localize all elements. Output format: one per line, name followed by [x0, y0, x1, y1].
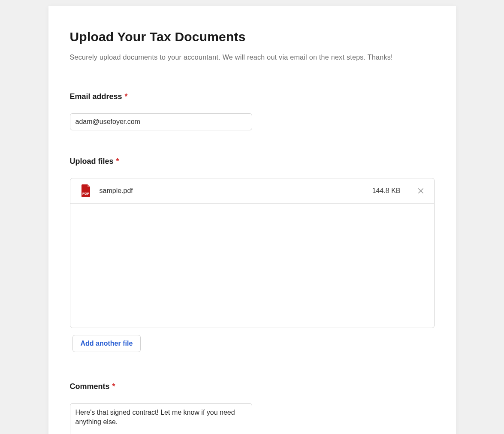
comments-field-block: Comments * [70, 382, 435, 434]
upload-field-block: Upload files * PDF sample.pdf 144.8 KB [70, 157, 435, 382]
required-asterisk: * [125, 92, 128, 101]
upload-form-card: Upload Your Tax Documents Securely uploa… [48, 6, 456, 434]
email-label: Email address * [70, 92, 435, 101]
add-another-file-button[interactable]: Add another file [72, 335, 141, 352]
required-asterisk: * [116, 157, 119, 166]
comments-field[interactable] [70, 403, 252, 434]
email-label-text: Email address [70, 92, 122, 101]
email-field[interactable] [70, 113, 252, 130]
pdf-file-icon: PDF [81, 184, 91, 197]
comments-label-text: Comments [70, 382, 110, 391]
file-name: sample.pdf [100, 187, 364, 195]
comments-label: Comments * [70, 382, 435, 391]
page-subtitle: Securely upload documents to your accoun… [70, 54, 435, 61]
svg-text:PDF: PDF [82, 192, 89, 196]
file-dropzone[interactable]: PDF sample.pdf 144.8 KB [70, 178, 435, 328]
file-row: PDF sample.pdf 144.8 KB [70, 178, 434, 204]
upload-label: Upload files * [70, 157, 435, 166]
required-asterisk: * [112, 382, 115, 391]
upload-label-text: Upload files [70, 157, 114, 166]
page-title: Upload Your Tax Documents [70, 30, 435, 44]
email-field-block: Email address * [70, 92, 435, 130]
file-size: 144.8 KB [372, 187, 401, 195]
remove-file-icon[interactable] [418, 188, 424, 194]
